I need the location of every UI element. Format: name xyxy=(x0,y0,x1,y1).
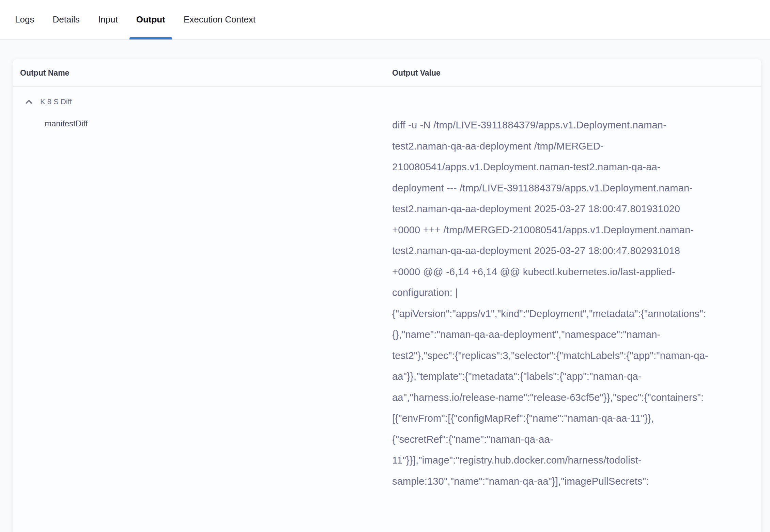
group-row-k8s-diff[interactable]: K 8 S Diff xyxy=(13,97,761,107)
column-header-output-value: Output Value xyxy=(392,68,761,78)
output-name-cell: manifestDiff xyxy=(13,115,392,128)
table-body: K 8 S Diff manifestDiff diff -u -N /tmp/… xyxy=(13,97,761,492)
tab-input[interactable]: Input xyxy=(91,0,125,39)
tab-details[interactable]: Details xyxy=(46,0,86,39)
tab-logs[interactable]: Logs xyxy=(8,0,41,39)
tab-bar: Logs Details Input Output Execution Cont… xyxy=(0,0,770,40)
column-header-output-name: Output Name xyxy=(13,68,392,78)
tab-execution-context-label: Execution Context xyxy=(184,14,256,25)
tab-output-label: Output xyxy=(136,14,165,25)
active-tab-underline xyxy=(129,37,172,40)
group-label: K 8 S Diff xyxy=(40,97,72,106)
table-row: manifestDiff diff -u -N /tmp/LIVE-391188… xyxy=(13,115,761,492)
chevron-up-icon[interactable] xyxy=(25,99,33,105)
tab-execution-context[interactable]: Execution Context xyxy=(177,0,262,39)
tab-details-label: Details xyxy=(52,14,79,25)
tab-logs-label: Logs xyxy=(15,14,34,25)
output-table-card: Output Name Output Value K 8 S Diff mani… xyxy=(13,59,761,532)
tab-input-label: Input xyxy=(98,14,118,25)
tab-output[interactable]: Output xyxy=(129,0,172,39)
output-value-cell: diff -u -N /tmp/LIVE-3911884379/apps.v1.… xyxy=(392,115,709,492)
table-header-row: Output Name Output Value xyxy=(13,59,761,87)
